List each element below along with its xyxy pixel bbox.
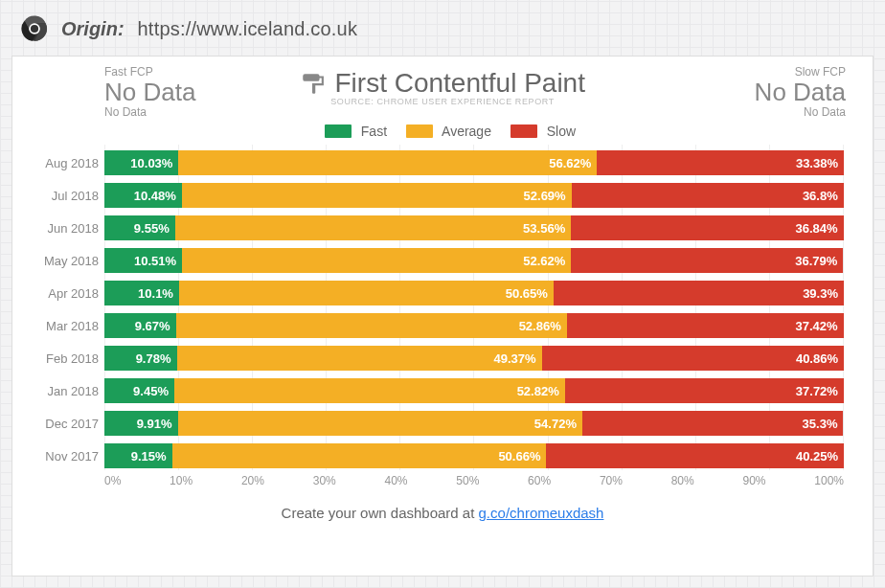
slow-fcp-summary: Slow FCP No Data No Data — [683, 66, 846, 119]
segment-fast: 9.15% — [104, 443, 172, 468]
chart-card: Fast FCP No Data No Data Slow FCP No Dat… — [11, 56, 874, 577]
segment-slow: 36.84% — [571, 215, 843, 240]
table-row: Jun 20189.55%53.56%36.84% — [104, 214, 844, 242]
table-row: Mar 20189.67%52.86%37.42% — [104, 311, 844, 340]
segment-fast: 9.78% — [104, 346, 177, 371]
segment-slow: 37.72% — [565, 378, 844, 403]
segment-fast: 10.51% — [104, 248, 182, 273]
segment-average: 50.66% — [172, 443, 547, 468]
row-label: Apr 2018 — [34, 286, 99, 301]
origin-url: https://www.iceland.co.uk — [138, 18, 358, 40]
bars-container: Aug 201810.03%56.62%33.38%Jul 201810.48%… — [104, 145, 844, 470]
table-row: Nov 20179.15%50.66%40.25% — [104, 441, 844, 470]
segment-fast: 10.03% — [104, 150, 178, 175]
fast-fcp-sub: No Data — [104, 106, 267, 119]
row-label: Jun 2018 — [34, 221, 99, 236]
x-tick: 0% — [104, 474, 121, 487]
segment-average: 52.82% — [174, 378, 565, 403]
fast-fcp-value: No Data — [104, 79, 267, 106]
legend-swatch-fast — [325, 124, 352, 138]
row-label: Nov 2017 — [34, 449, 99, 464]
fast-fcp-summary: Fast FCP No Data No Data — [104, 66, 267, 119]
row-label: Jan 2018 — [34, 384, 99, 398]
segment-average: 52.62% — [182, 248, 571, 273]
chart-title: First Contentful Paint — [335, 68, 585, 98]
table-row: Dec 20179.91%54.72%35.3% — [104, 409, 844, 438]
x-tick: 20% — [241, 474, 264, 487]
stacked-bar: 9.78%49.37%40.86% — [104, 346, 844, 371]
plot-area: Aug 201810.03%56.62%33.38%Jul 201810.48%… — [104, 145, 844, 470]
x-axis: 0%10%20%30%40%50%60%70%80%90%100% — [104, 474, 844, 487]
stacked-bar: 10.51%52.62%36.79% — [104, 248, 844, 273]
footer-text: Create your own dashboard at — [282, 505, 479, 521]
footer-link[interactable]: g.co/chromeuxdash — [479, 505, 604, 521]
table-row: Aug 201810.03%56.62%33.38% — [104, 148, 844, 177]
stacked-bar: 9.91%54.72%35.3% — [104, 411, 844, 436]
x-tick: 80% — [671, 474, 694, 487]
table-row: Jul 201810.48%52.69%36.8% — [104, 181, 844, 210]
segment-average: 52.86% — [176, 313, 567, 338]
x-tick: 60% — [528, 474, 551, 487]
footer: Create your own dashboard at g.co/chrome… — [35, 505, 850, 521]
segment-average: 56.62% — [178, 150, 597, 175]
segment-fast: 10.48% — [104, 183, 182, 208]
segment-average: 53.56% — [175, 215, 571, 240]
stacked-bar: 9.55%53.56%36.84% — [104, 215, 844, 240]
svg-point-4 — [31, 25, 38, 33]
segment-fast: 10.1% — [104, 281, 179, 305]
table-row: Apr 201810.1%50.65%39.3% — [104, 279, 844, 307]
segment-fast: 9.67% — [104, 313, 176, 338]
slow-fcp-sub: No Data — [683, 106, 846, 119]
segment-slow: 36.79% — [571, 248, 843, 273]
segment-average: 50.65% — [179, 281, 554, 305]
segment-fast: 9.55% — [104, 215, 175, 240]
table-row: Jan 20189.45%52.82%37.72% — [104, 376, 844, 405]
row-label: Aug 2018 — [34, 156, 99, 170]
chrome-icon — [21, 15, 48, 42]
segment-slow: 39.3% — [554, 281, 844, 305]
segment-fast: 9.91% — [104, 411, 178, 436]
segment-fast: 9.45% — [104, 378, 174, 403]
segment-slow: 33.38% — [597, 150, 844, 175]
slow-fcp-value: No Data — [683, 79, 846, 106]
legend-swatch-slow — [511, 124, 537, 138]
stacked-bar: 9.67%52.86%37.42% — [104, 313, 844, 338]
row-label: Mar 2018 — [34, 319, 99, 333]
table-row: May 201810.51%52.62%36.79% — [104, 246, 844, 275]
legend-label-slow: Slow — [547, 124, 576, 139]
stacked-bar: 9.15%50.66%40.25% — [104, 443, 844, 468]
x-tick: 30% — [313, 474, 336, 487]
row-label: Dec 2017 — [34, 417, 99, 431]
x-tick: 10% — [170, 474, 193, 487]
segment-average: 49.37% — [177, 346, 542, 371]
x-tick: 70% — [600, 474, 623, 487]
stacked-bar: 10.03%56.62%33.38% — [104, 150, 844, 175]
stacked-bar: 10.48%52.69%36.8% — [104, 183, 844, 208]
stacked-bar: 10.1%50.65%39.3% — [104, 281, 844, 305]
row-label: Feb 2018 — [34, 351, 99, 366]
x-tick: 100% — [814, 474, 844, 487]
segment-slow: 37.42% — [567, 313, 844, 338]
stacked-bar: 9.45%52.82%37.72% — [104, 378, 844, 403]
segment-slow: 36.8% — [572, 183, 844, 208]
row-label: May 2018 — [34, 254, 99, 268]
segment-slow: 40.25% — [546, 443, 844, 468]
legend: Fast Average Slow — [35, 124, 850, 139]
row-label: Jul 2018 — [34, 189, 99, 203]
legend-label-average: Average — [442, 124, 491, 139]
segment-average: 54.72% — [178, 411, 582, 436]
segment-average: 52.69% — [182, 183, 572, 208]
x-tick: 90% — [742, 474, 765, 487]
table-row: Feb 20189.78%49.37%40.86% — [104, 344, 844, 373]
paint-icon — [300, 71, 325, 96]
segment-slow: 35.3% — [582, 411, 844, 436]
x-tick: 40% — [385, 474, 408, 487]
legend-swatch-average — [406, 124, 433, 138]
x-tick: 50% — [456, 474, 479, 487]
segment-slow: 40.86% — [542, 346, 844, 371]
legend-label-fast: Fast — [361, 124, 387, 139]
origin-label: Origin: — [61, 18, 125, 40]
header: Origin: https://www.iceland.co.uk — [6, 6, 879, 56]
dashboard-frame: Origin: https://www.iceland.co.uk Fast F… — [0, 0, 885, 588]
